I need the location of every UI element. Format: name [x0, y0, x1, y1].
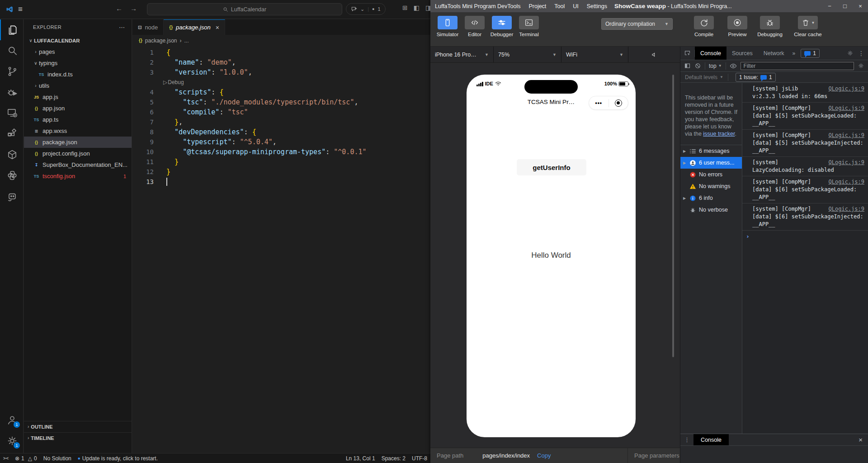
- panel-tab-console[interactable]: Console: [695, 47, 726, 60]
- settings-gear-icon[interactable]: [847, 50, 854, 57]
- console-filter-6-info[interactable]: ▶6 info: [680, 192, 742, 204]
- explorer-item-index-d-ts[interactable]: TSindex.d.ts: [24, 69, 132, 80]
- layout-controls[interactable]: ⊞◧◨: [402, 4, 431, 11]
- explorer-icon[interactable]: [0, 19, 24, 40]
- explorer-item-package-json[interactable]: {}package.json: [24, 137, 132, 148]
- kebab-menu-icon[interactable]: ⋮: [858, 50, 864, 57]
- sound-toggle[interactable]: [628, 47, 680, 62]
- maximize-icon[interactable]: □: [837, 3, 853, 9]
- outline-section[interactable]: ›OUTLINE: [24, 421, 132, 432]
- inspect-element-icon[interactable]: [680, 50, 694, 57]
- close-icon[interactable]: ×: [216, 24, 219, 31]
- console-filter-no-errors[interactable]: No errors: [680, 169, 742, 180]
- issue-counter[interactable]: 1 Issue: 1: [736, 73, 776, 82]
- clear-console-icon[interactable]: [694, 62, 701, 69]
- mode-terminal[interactable]: Terminal: [516, 16, 542, 37]
- menu-tool[interactable]: Tool: [554, 3, 565, 9]
- source-link[interactable]: QLogic.js:9: [829, 178, 864, 186]
- timeline-section[interactable]: ›TIMELINE: [24, 432, 132, 443]
- explorer-item-typings[interactable]: ∨typings: [24, 57, 132, 69]
- explorer-item-utils[interactable]: ›utils: [24, 80, 132, 91]
- menu-icon[interactable]: ≡: [18, 5, 23, 14]
- explorer-item-app-json[interactable]: {}app.json: [24, 103, 132, 114]
- source-link[interactable]: QLogic.js:9: [829, 132, 864, 139]
- breadcrumb[interactable]: {} package.json › ...: [132, 35, 430, 46]
- assistant-icon[interactable]: [0, 186, 24, 207]
- update-status[interactable]: ● Update is ready, click to restart.: [75, 454, 161, 463]
- accounts-icon[interactable]: 1: [0, 410, 24, 430]
- network-select[interactable]: WiFi▼: [561, 47, 628, 62]
- console-filter-6-user-mess[interactable]: ▶6 user mess...: [680, 157, 742, 169]
- source-control-icon[interactable]: [0, 61, 24, 82]
- problems-status[interactable]: ⊗1 △0: [12, 454, 40, 463]
- toggle-sidebar-icon[interactable]: ◧: [414, 4, 420, 11]
- back-icon[interactable]: ←: [116, 5, 123, 12]
- explorer-item-app-ts[interactable]: TSapp.ts: [24, 114, 132, 125]
- mode-simulator[interactable]: Simulator: [435, 16, 460, 37]
- source-link[interactable]: QLogic.js:9: [829, 104, 864, 112]
- console-message[interactable]: QLogic.js:9[system] jsLib v:2.3.3 loaded…: [742, 83, 868, 103]
- run-debug-icon[interactable]: [0, 82, 24, 103]
- search-icon[interactable]: [0, 40, 24, 61]
- simulator-scrollbar[interactable]: [672, 75, 674, 357]
- encoding[interactable]: UTF-8: [409, 455, 430, 462]
- action-clear-cache[interactable]: ▼Clear cache: [792, 16, 824, 37]
- phone-simulator[interactable]: IDE 100% TCSAS Mini Pr… ••• getUserInfo …: [467, 75, 636, 437]
- drawer-console-tab[interactable]: Console: [693, 434, 729, 445]
- copy-link[interactable]: Copy: [537, 452, 551, 459]
- tab-node[interactable]: ⊡node: [132, 19, 164, 35]
- remote-explorer-icon[interactable]: [0, 103, 24, 123]
- more-actions-icon[interactable]: ⋯: [119, 24, 125, 31]
- issue-tracker-link[interactable]: issue tracker: [703, 131, 735, 137]
- copilot-pill[interactable]: ⌄ | ● 1: [346, 3, 386, 15]
- exit-record-icon[interactable]: [609, 99, 628, 107]
- expand-arrow-icon[interactable]: ▶: [682, 161, 687, 165]
- explorer-item-superbox-documentation-en[interactable]: ↧SuperBox_Documentation_EN...: [24, 159, 132, 170]
- forward-icon[interactable]: →: [130, 5, 137, 12]
- mode-editor[interactable]: Editor: [462, 16, 487, 37]
- console-filter-no-warnings[interactable]: No warnings: [680, 180, 742, 192]
- menu-settings[interactable]: Settings: [587, 3, 607, 9]
- console-message[interactable]: QLogic.js:9[system] [CompMgr] [data] $[5…: [742, 103, 868, 130]
- explorer-item-pages[interactable]: ›pages: [24, 46, 132, 57]
- console-message[interactable]: QLogic.js:9[system] [CompMgr] [data] $[6…: [742, 176, 868, 203]
- log-levels-select[interactable]: Default levels▼: [685, 74, 723, 80]
- source-link[interactable]: QLogic.js:9: [829, 205, 864, 213]
- explorer-item-project-config-json[interactable]: {}project.config.json: [24, 148, 132, 159]
- console-filter-6-messages[interactable]: ▶6 messages: [680, 145, 742, 157]
- source-link[interactable]: QLogic.js:9: [829, 159, 864, 166]
- extensions-icon[interactable]: [0, 123, 24, 144]
- eye-icon[interactable]: [730, 63, 737, 69]
- codelens-row[interactable]: ▷Debug: [132, 77, 430, 87]
- tab-package-json[interactable]: {}package.json×: [164, 19, 225, 35]
- expand-arrow-icon[interactable]: ▶: [682, 149, 687, 153]
- console-message[interactable]: QLogic.js:9[system] [CompMgr] [data] $[6…: [742, 203, 868, 231]
- explorer-item-tsconfig-json[interactable]: TStsconfig.json1: [24, 170, 132, 182]
- source-link[interactable]: QLogic.js:9: [829, 85, 864, 93]
- sidebar-toggle-icon[interactable]: [684, 62, 691, 69]
- panel-tab-sources[interactable]: Sources: [726, 47, 758, 60]
- filter-input[interactable]: [741, 62, 854, 70]
- action-debugging[interactable]: Debugging: [754, 16, 786, 37]
- close-icon[interactable]: ×: [853, 3, 868, 9]
- mode-debugger[interactable]: Debugger: [489, 16, 514, 37]
- explorer-item-app-wxss[interactable]: ≣app.wxss: [24, 125, 132, 137]
- settings-gear-icon[interactable]: 1: [0, 430, 24, 451]
- search-box[interactable]: LuffaCalendar: [147, 3, 342, 15]
- remote-indicator[interactable]: ><: [0, 454, 12, 463]
- python-icon[interactable]: [0, 165, 24, 186]
- action-preview[interactable]: Preview: [722, 16, 753, 37]
- explorer-item-luffacalendar[interactable]: ∨LUFFACALENDAR: [24, 35, 132, 46]
- console-message[interactable]: QLogic.js:9[system] [CompMgr] [data] $[5…: [742, 130, 868, 157]
- context-select[interactable]: top▼: [709, 63, 722, 69]
- compile-mode-select[interactable]: Ordinary compilation ▼: [601, 18, 673, 30]
- menu-project[interactable]: Project: [528, 3, 546, 9]
- customize-layout-icon[interactable]: ⊞: [402, 4, 408, 11]
- console-prompt[interactable]: ›: [742, 231, 868, 241]
- device-select[interactable]: iPhone 16 Pro…▼: [430, 47, 494, 62]
- solution-status[interactable]: No Solution: [40, 454, 75, 463]
- container-icon[interactable]: [0, 144, 24, 165]
- debug-codelens[interactable]: ▷Debug: [163, 79, 184, 85]
- getuserinfo-button[interactable]: getUserInfo: [517, 159, 586, 175]
- indentation[interactable]: Spaces: 2: [378, 455, 409, 462]
